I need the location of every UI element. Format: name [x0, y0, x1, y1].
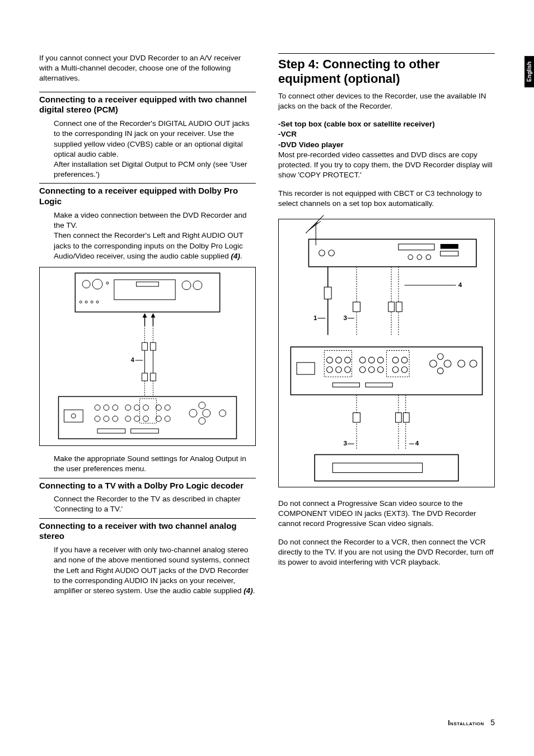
page-content: If you cannot connect your DVD Recorder … [39, 53, 495, 596]
svg-point-39 [125, 416, 131, 421]
svg-point-102 [437, 368, 443, 374]
section-analog-title: Connecting to a receiver with two channe… [39, 521, 256, 542]
svg-point-32 [113, 405, 118, 411]
step-p1: To connect other devices to the Recorder… [278, 91, 495, 111]
vcr-warning: Do not connect the Recorder to a VCR, th… [278, 537, 495, 568]
footer-page-number: 5 [490, 718, 495, 727]
svg-rect-68 [324, 287, 331, 299]
svg-rect-63 [441, 251, 458, 256]
connection-diagram-other-equipment: 1 3 4 [278, 219, 495, 487]
svg-point-92 [359, 367, 366, 373]
svg-point-86 [327, 367, 333, 373]
svg-rect-105 [332, 383, 359, 387]
dolby-after-diagram: Make the appropriate Sound settings for … [39, 454, 256, 474]
list-dvd: -DVD Video player [278, 140, 344, 149]
svg-rect-72 [353, 302, 360, 312]
svg-rect-62 [441, 244, 458, 249]
right-column: Step 4: Connecting to other equipment (o… [278, 53, 495, 596]
dolby-p1: Make a video connection between the DVD … [54, 210, 256, 231]
divider [39, 92, 256, 92]
svg-point-91 [377, 357, 383, 363]
svg-rect-52 [131, 429, 159, 433]
svg-point-89 [359, 357, 366, 363]
svg-point-10 [91, 301, 93, 303]
section-pcm-body: Connect one of the Recorder's DIGITAL AU… [39, 119, 256, 180]
svg-rect-51 [97, 429, 125, 433]
svg-point-85 [345, 357, 351, 363]
svg-point-36 [125, 405, 131, 411]
svg-rect-18 [142, 342, 148, 350]
left-column: If you cannot connect your DVD Recorder … [39, 53, 256, 596]
cbct-paragraph: This recorder is not equipped with CBCT … [278, 189, 495, 209]
svg-point-38 [143, 405, 149, 411]
svg-point-59 [319, 250, 325, 256]
svg-rect-0 [75, 273, 219, 312]
copy-protect-paragraph: Most pre-recorded video cassettes and DV… [278, 150, 495, 181]
svg-text:4: 4 [458, 281, 462, 288]
connection-diagram-prologic: 4 [39, 267, 256, 446]
section-dolby-title: Connecting to a receiver equipped with D… [39, 186, 256, 207]
step-rule [278, 53, 495, 54]
svg-point-88 [345, 367, 351, 373]
section-analog-body: If you have a receiver with only two-cha… [39, 545, 256, 596]
svg-line-54 [306, 215, 324, 233]
svg-point-37 [134, 405, 140, 411]
svg-point-84 [336, 357, 342, 363]
svg-rect-4 [114, 280, 175, 300]
svg-point-93 [368, 367, 374, 373]
section-tv-dolby-title: Connecting to a TV with a Dolby Pro Logi… [39, 481, 256, 491]
dolby-p3: Make the appropriate Sound settings for … [54, 454, 256, 474]
diagram-label-4: 4 [131, 356, 135, 363]
divider [39, 518, 256, 519]
tvdolby-p1: Connect the Recorder to the TV as descri… [54, 494, 256, 514]
svg-line-55 [308, 222, 320, 231]
svg-point-47 [203, 409, 210, 417]
svg-rect-27 [59, 397, 237, 439]
svg-point-1 [82, 280, 90, 288]
dolby-p2: Then connect the Recorder's Left and Rig… [54, 231, 256, 261]
svg-point-49 [199, 417, 205, 424]
svg-point-60 [329, 250, 335, 256]
svg-point-2 [92, 279, 102, 289]
intro-paragraph: If you cannot connect your DVD Recorder … [39, 53, 256, 84]
svg-text:1: 1 [313, 314, 317, 321]
section-tv-dolby-body: Connect the Recorder to the TV as descri… [39, 494, 256, 514]
svg-rect-108 [387, 351, 410, 377]
page-footer: Installation 5 [448, 718, 495, 727]
svg-rect-113 [396, 413, 402, 422]
svg-point-6 [182, 281, 191, 290]
dolby-p2a: Then connect the Recorder's Left and Rig… [54, 231, 243, 260]
analog-p1: If you have a receiver with only two-cha… [54, 545, 256, 596]
svg-point-33 [95, 416, 100, 421]
svg-rect-24 [150, 373, 156, 381]
svg-point-35 [113, 416, 118, 421]
svg-point-45 [165, 416, 170, 421]
svg-text:4: 4 [415, 440, 419, 447]
svg-text:3: 3 [344, 314, 348, 321]
dolby-p2c: . [240, 252, 242, 260]
svg-rect-28 [64, 410, 83, 422]
progressive-scan-warning: Do not connect a Progressive Scan video … [278, 499, 495, 529]
svg-marker-15 [151, 313, 155, 318]
pcm-p2: After installation set Digital Output to… [54, 159, 256, 180]
svg-point-29 [71, 414, 76, 418]
svg-rect-53 [140, 399, 157, 424]
svg-rect-19 [150, 342, 156, 350]
analog-p1c: . [253, 586, 255, 595]
section-dolby-body: Make a video connection between the DVD … [39, 210, 256, 261]
svg-rect-23 [142, 373, 148, 381]
pcm-p1: Connect one of the Recorder's DIGITAL AU… [54, 119, 256, 159]
svg-point-7 [193, 281, 202, 290]
svg-point-8 [79, 301, 82, 303]
svg-point-9 [85, 301, 87, 303]
svg-point-30 [95, 405, 100, 411]
section-pcm-title: Connecting to a receiver equipped with t… [39, 95, 256, 116]
svg-point-46 [189, 409, 197, 417]
svg-point-98 [401, 367, 407, 373]
svg-point-41 [143, 416, 149, 421]
svg-point-40 [134, 416, 140, 421]
svg-line-56 [312, 223, 318, 228]
svg-point-103 [458, 360, 465, 368]
svg-point-96 [401, 357, 407, 363]
svg-point-65 [417, 255, 422, 260]
